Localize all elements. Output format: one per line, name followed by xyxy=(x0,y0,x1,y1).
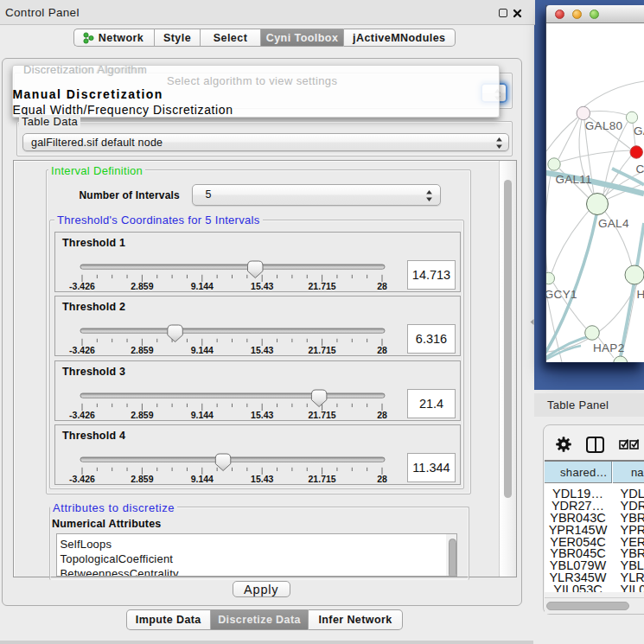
svg-text:21.715: 21.715 xyxy=(309,345,336,355)
svg-text:2.859: 2.859 xyxy=(131,280,153,290)
svg-text:GAL4: GAL4 xyxy=(598,217,629,230)
svg-text:9.144: 9.144 xyxy=(191,280,214,290)
svg-text:9.144: 9.144 xyxy=(191,409,214,419)
svg-text:21.715: 21.715 xyxy=(309,409,336,419)
svg-text:HAP2: HAP2 xyxy=(593,341,624,354)
svg-text:-3.426: -3.426 xyxy=(69,345,95,355)
svg-text:2.859: 2.859 xyxy=(131,345,153,355)
svg-text:2.859: 2.859 xyxy=(131,409,153,419)
svg-text:15.43: 15.43 xyxy=(251,345,273,355)
svg-text:15.43: 15.43 xyxy=(251,280,273,290)
svg-text:28: 28 xyxy=(377,280,387,290)
svg-text:15.43: 15.43 xyxy=(251,409,273,419)
svg-text:9.144: 9.144 xyxy=(191,345,214,355)
svg-text:-3.426: -3.426 xyxy=(69,409,95,419)
svg-text:28: 28 xyxy=(377,474,387,484)
svg-text:28: 28 xyxy=(377,345,387,355)
svg-text:9.144: 9.144 xyxy=(191,474,214,484)
svg-text:21.715: 21.715 xyxy=(309,280,336,290)
svg-text:-3.426: -3.426 xyxy=(69,474,95,484)
svg-text:-3.426: -3.426 xyxy=(69,280,95,290)
svg-text:28: 28 xyxy=(377,409,387,419)
svg-text:2.859: 2.859 xyxy=(131,474,153,484)
svg-text:GAL11: GAL11 xyxy=(555,173,592,186)
svg-text:GCY1: GCY1 xyxy=(546,288,577,301)
svg-text:GAL: GAL xyxy=(634,124,644,137)
svg-text:21.715: 21.715 xyxy=(309,474,336,484)
svg-text:CY: CY xyxy=(636,163,644,175)
svg-text:15.43: 15.43 xyxy=(251,474,273,484)
svg-text:HIS: HIS xyxy=(637,288,644,301)
svg-text:GAL80: GAL80 xyxy=(585,119,623,132)
